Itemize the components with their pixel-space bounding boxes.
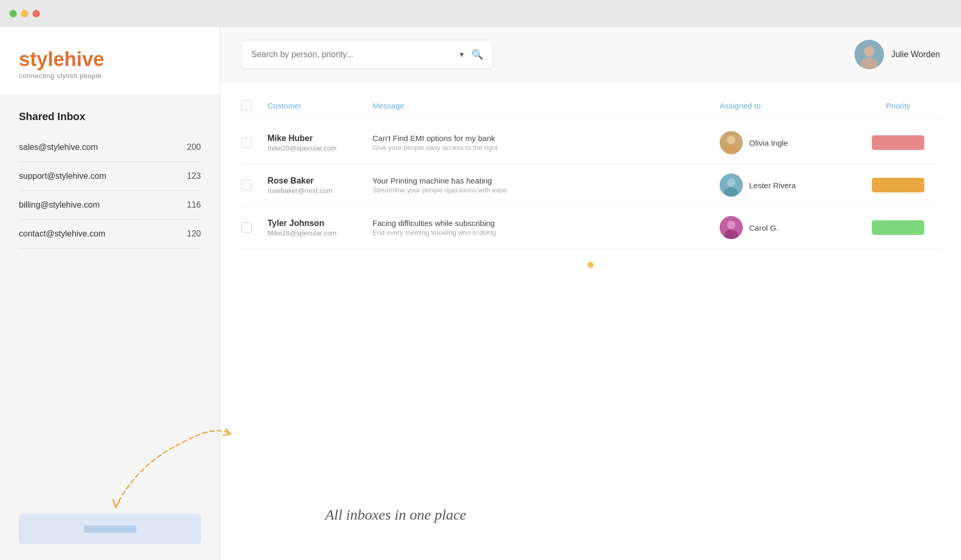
inbox-item-sales[interactable]: sales@stylehive.com 200 [19, 133, 201, 162]
assignee-avatar [720, 174, 743, 197]
priority-cell [856, 178, 940, 192]
col-header-assigned[interactable]: Assigned to [720, 101, 856, 110]
search-bar[interactable]: ▼ 🔍 [241, 40, 493, 69]
sidebar-content: Shared Inbox sales@stylehive.com 200 sup… [0, 96, 220, 503]
priority-badge-medium [872, 178, 924, 192]
inbox-item-billing[interactable]: billing@stylehive.com 116 [19, 191, 201, 220]
inbox-email-billing: billing@stylehive.com [19, 200, 100, 210]
filter-icon[interactable]: ▼ [458, 50, 465, 59]
message-preview: Streamline your people operations with e… [372, 186, 720, 194]
sidebar-button-label [84, 525, 136, 533]
header: ▼ 🔍 Julie Worden [220, 27, 961, 82]
svg-point-8 [727, 178, 735, 187]
assignee-name: Olivia Ingle [749, 138, 788, 147]
logo-tagline: connecting stylish people [19, 72, 201, 80]
inbox-email-support: support@stylehive.com [19, 171, 106, 181]
assigned-info: Olivia Ingle [720, 131, 856, 154]
assignee-name: Carol G. [749, 223, 778, 232]
assignee-name: Lester Rivera [749, 181, 796, 190]
dot-indicator-row [241, 249, 940, 281]
sidebar: stylehive connecting stylish people Shar… [0, 27, 220, 560]
customer-info: Rose Baker rosebaker@next.com [268, 176, 372, 195]
window-close-dot[interactable] [9, 10, 17, 17]
table-header: Customer Message Assigned to Priority [241, 93, 940, 119]
customer-name: Mike Huber [268, 134, 372, 143]
logo-text-style: stylehive [19, 48, 104, 70]
message-subject: Can't Find EMI options for my bank [372, 134, 720, 143]
assignee-avatar [720, 131, 743, 154]
customer-email: Mike28@specular.com [268, 229, 372, 237]
inbox-item-contact[interactable]: contact@stylehive.com 120 [19, 220, 201, 249]
row-checkbox[interactable] [241, 222, 252, 233]
svg-point-11 [727, 221, 735, 229]
table-row[interactable]: Mike Huber mike28@specular.com Can't Fin… [241, 122, 940, 164]
inbox-count-support: 123 [187, 171, 201, 181]
logo: stylehive connecting stylish people [19, 48, 201, 80]
priority-badge-low [872, 220, 924, 235]
row-check-col [241, 137, 268, 148]
message-subject: Facing difficulties while subscribing [372, 219, 720, 228]
message-subject: Your Printing machine has heating [372, 176, 720, 185]
row-check-col [241, 222, 268, 233]
search-icon[interactable]: 🔍 [472, 49, 483, 60]
sidebar-section-title: Shared Inbox [19, 111, 201, 123]
row-checkbox[interactable] [241, 137, 252, 148]
titlebar [0, 0, 961, 27]
table-row[interactable]: Rose Baker rosebaker@next.com Your Print… [241, 164, 940, 207]
avatar [855, 40, 884, 69]
customer-info: Mike Huber mike28@specular.com [268, 134, 372, 152]
customer-email: mike28@specular.com [268, 144, 372, 152]
row-check-col [241, 180, 268, 190]
message-preview: Give your people easy access to the righ… [372, 144, 720, 152]
assigned-info: Lester Rivera [720, 174, 856, 197]
customer-email: rosebaker@next.com [268, 187, 372, 195]
customer-name: Tyler Johnson [268, 219, 372, 228]
logo-area: stylehive connecting stylish people [0, 27, 220, 96]
inbox-count-billing: 116 [187, 200, 201, 210]
col-header-priority[interactable]: Priority [856, 101, 940, 110]
inbox-item-support[interactable]: support@stylehive.com 123 [19, 162, 201, 191]
inbox-count-contact: 120 [187, 229, 201, 239]
dot-indicator [588, 262, 594, 268]
svg-point-5 [727, 136, 735, 144]
message-preview: End every meeting knowing who is doing [372, 229, 720, 236]
priority-cell [856, 135, 940, 150]
table-area: Customer Message Assigned to Priority Mi… [220, 82, 961, 560]
customer-info: Tyler Johnson Mike28@specular.com [268, 219, 372, 237]
priority-cell [856, 220, 940, 235]
col-header-message[interactable]: Message [372, 101, 720, 110]
row-checkbox[interactable] [241, 180, 252, 190]
search-input[interactable] [251, 50, 452, 59]
assigned-info: Carol G. [720, 216, 856, 239]
window-maximize-dot[interactable] [33, 10, 40, 17]
svg-point-3 [864, 46, 874, 57]
select-all-checkbox[interactable] [241, 100, 252, 111]
table-row[interactable]: Tyler Johnson Mike28@specular.com Facing… [241, 207, 940, 249]
avatar-image [855, 40, 884, 69]
col-header-customer[interactable]: Customer [268, 101, 372, 110]
inbox-email-sales: sales@stylehive.com [19, 143, 98, 152]
inbox-email-contact: contact@stylehive.com [19, 229, 105, 239]
sidebar-action-button[interactable] [19, 514, 201, 544]
window-minimize-dot[interactable] [21, 10, 28, 17]
header-check-col [241, 100, 268, 111]
main-content: ▼ 🔍 Julie Worden [220, 27, 961, 560]
customer-name: Rose Baker [268, 176, 372, 186]
assignee-avatar [720, 216, 743, 239]
priority-badge-high [872, 135, 924, 150]
app-container: stylehive connecting stylish people Shar… [0, 27, 961, 560]
message-info: Can't Find EMI options for my bank Give … [372, 134, 720, 152]
message-info: Facing difficulties while subscribing En… [372, 219, 720, 236]
user-area: Julie Worden [855, 40, 940, 69]
message-info: Your Printing machine has heating Stream… [372, 176, 720, 194]
inbox-count-sales: 200 [187, 143, 201, 152]
user-name: Julie Worden [891, 50, 940, 59]
sidebar-bottom [0, 503, 220, 560]
